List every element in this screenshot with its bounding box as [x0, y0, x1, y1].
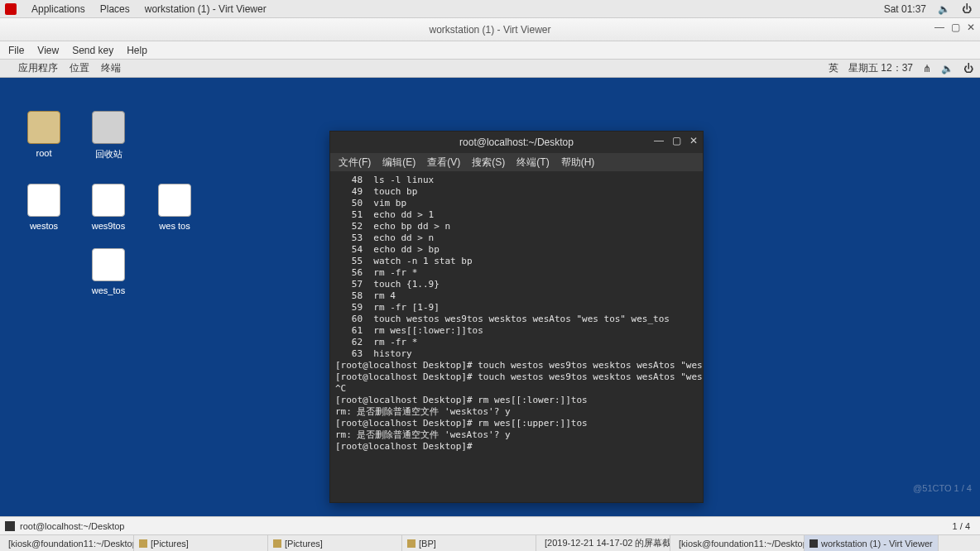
- terminal-maximize-button[interactable]: ▢: [672, 135, 681, 146]
- desktop-icon-trash[interactable]: 回收站: [79, 111, 137, 161]
- host-topbar: Applications Places workstation (1) - Vi…: [0, 0, 980, 18]
- taskbar-item[interactable]: [2019-12-21 14-17-02 的屏幕截图...: [536, 535, 670, 551]
- terminal-close-button[interactable]: ✕: [689, 135, 698, 146]
- terminal-menubar: 文件(F) 编辑(E) 查看(V) 搜索(S) 终端(T) 帮助(H): [330, 153, 703, 171]
- icon-label: wes9tos: [79, 220, 137, 232]
- taskbar-item[interactable]: [Pictures]: [134, 535, 268, 551]
- guest-apps-menu[interactable]: 应用程序: [18, 61, 58, 75]
- file-icon: [158, 184, 191, 217]
- guest-topbar: 应用程序 位置 终端 英 星期五 12：37 ⋔ 🔈 ⏻: [0, 60, 980, 78]
- folder-icon: [407, 539, 416, 548]
- icon-label: wes tos: [146, 220, 204, 232]
- term-menu-search[interactable]: 搜索(S): [472, 156, 505, 170]
- icon-label: wes_tos: [79, 285, 137, 296]
- term-menu-view[interactable]: 查看(V): [427, 156, 460, 170]
- taskbar-item[interactable]: [Pictures]: [268, 535, 402, 551]
- taskbar-item-label: workstation (1) - Virt Viewer: [821, 539, 933, 549]
- host-places-menu[interactable]: Places: [100, 3, 130, 15]
- desktop-icon-root-folder[interactable]: root: [15, 111, 73, 159]
- terminal-minimize-button[interactable]: —: [654, 135, 664, 146]
- guest-screen: 应用程序 位置 终端 英 星期五 12：37 ⋔ 🔈 ⏻ root回收站west…: [0, 60, 980, 516]
- workspace-pager[interactable]: 1 / 4: [948, 521, 975, 531]
- menu-view[interactable]: View: [37, 45, 59, 56]
- folder-icon: [273, 539, 281, 548]
- terminal-title: root@localhost:~/Desktop: [459, 137, 574, 148]
- term-menu-edit[interactable]: 编辑(E): [382, 156, 416, 170]
- taskbar-item-label: [2019-12-21 14-17-02 的屏幕截图...: [545, 537, 670, 549]
- viewer-menubar: File View Send key Help: [0, 41, 980, 60]
- desktop-icon-westos[interactable]: westos: [15, 184, 73, 232]
- term-menu-help[interactable]: 帮助(H): [561, 156, 595, 170]
- file-icon: [92, 248, 125, 281]
- taskbar-item-label: [Pictures]: [285, 539, 323, 549]
- taskbar-item[interactable]: [kiosk@foundation11:~/Desktop]: [670, 535, 805, 551]
- trash-icon: [92, 111, 125, 144]
- icon-label: westos: [15, 220, 73, 232]
- icon-label: root: [15, 147, 73, 159]
- taskbar-item-label: [kiosk@foundation11:~/Desktop]: [8, 539, 134, 549]
- terminal-icon: [5, 521, 15, 531]
- guest-lang-indicator[interactable]: 英: [829, 61, 838, 75]
- terminal-window[interactable]: root@localhost:~/Desktop — ▢ ✕ 文件(F) 编辑(…: [329, 131, 704, 503]
- taskbar-item-label: [kiosk@foundation11:~/Desktop]: [679, 539, 805, 549]
- icon-label: 回收站: [79, 147, 137, 161]
- host-taskbar-2: [kiosk@foundation11:~/Desktop][Pictures]…: [0, 534, 980, 551]
- folder-icon: [27, 111, 60, 144]
- speaker-icon[interactable]: 🔈: [941, 63, 954, 74]
- file-icon: [92, 184, 125, 217]
- taskbar-active-window[interactable]: root@localhost:~/Desktop: [20, 521, 124, 531]
- watermark: @51CTO 1 / 4: [913, 483, 972, 493]
- power-icon[interactable]: ⏻: [963, 63, 973, 74]
- power-icon[interactable]: ⏻: [962, 3, 972, 15]
- desktop-icon-wes9tos[interactable]: wes9tos: [79, 184, 137, 232]
- viewer-titlebar[interactable]: workstation (1) - Virt Viewer — ▢ ✕: [0, 18, 980, 41]
- guest-places-menu[interactable]: 位置: [70, 61, 89, 75]
- taskbar-item-label: [BP]: [419, 539, 436, 549]
- speaker-icon[interactable]: 🔈: [938, 3, 950, 15]
- taskbar-item[interactable]: [BP]: [402, 535, 536, 551]
- menu-help[interactable]: Help: [127, 45, 147, 56]
- taskbar-item-label: [Pictures]: [151, 539, 189, 549]
- viewer-title: workstation (1) - Virt Viewer: [430, 24, 551, 36]
- term-menu-terminal[interactable]: 终端(T): [516, 156, 549, 170]
- term-menu-file[interactable]: 文件(F): [339, 156, 371, 170]
- host-clock: Sat 01:37: [884, 3, 926, 15]
- menu-file[interactable]: File: [8, 45, 24, 56]
- file-icon: [27, 184, 60, 217]
- close-button[interactable]: ✕: [967, 22, 975, 33]
- terminal-titlebar[interactable]: root@localhost:~/Desktop — ▢ ✕: [330, 132, 703, 153]
- taskbar-item[interactable]: workstation (1) - Virt Viewer: [805, 535, 939, 551]
- host-taskbar-1: root@localhost:~/Desktop 1 / 4: [0, 516, 980, 534]
- desktop-icon-wes-tos[interactable]: wes tos: [146, 184, 204, 232]
- guest-terminal-menu[interactable]: 终端: [101, 61, 121, 75]
- host-appname[interactable]: workstation (1) - Virt Viewer: [145, 3, 267, 15]
- minimize-button[interactable]: —: [934, 22, 944, 33]
- maximize-button[interactable]: ▢: [951, 22, 960, 33]
- term-icon: [809, 539, 818, 548]
- terminal-body[interactable]: 48 ls -l linux 49 touch bp 50 vim bp 51 …: [330, 171, 703, 502]
- redhat-icon: [5, 3, 17, 15]
- menu-sendkey[interactable]: Send key: [72, 45, 113, 56]
- network-icon[interactable]: ⋔: [923, 63, 931, 74]
- desktop-icon-wes_tos[interactable]: wes_tos: [79, 248, 137, 296]
- folder-icon: [139, 539, 147, 548]
- guest-clock: 星期五 12：37: [848, 61, 913, 75]
- taskbar-item[interactable]: [kiosk@foundation11:~/Desktop]: [0, 535, 134, 551]
- host-apps-menu[interactable]: Applications: [31, 3, 85, 15]
